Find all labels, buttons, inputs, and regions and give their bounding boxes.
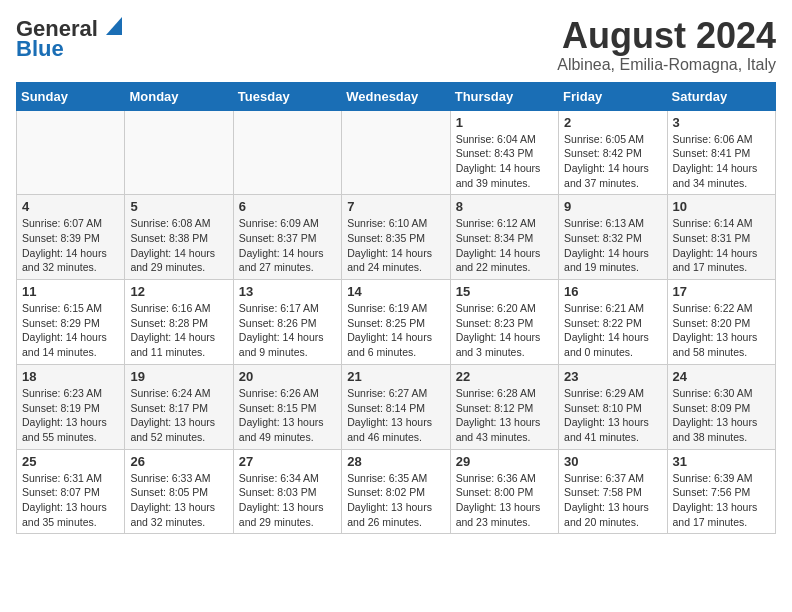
day-number: 31 [673,454,770,469]
day-info: Sunrise: 6:07 AMSunset: 8:39 PMDaylight:… [22,216,119,275]
calendar-day-cell: 9Sunrise: 6:13 AMSunset: 8:32 PMDaylight… [559,195,667,280]
day-number: 22 [456,369,553,384]
logo-icon [102,17,122,35]
location-subtitle: Albinea, Emilia-Romagna, Italy [557,56,776,74]
day-info: Sunrise: 6:31 AMSunset: 8:07 PMDaylight:… [22,471,119,530]
calendar-day-cell: 14Sunrise: 6:19 AMSunset: 8:25 PMDayligh… [342,280,450,365]
calendar-day-cell: 31Sunrise: 6:39 AMSunset: 7:56 PMDayligh… [667,449,775,534]
weekday-header-wednesday: Wednesday [342,82,450,110]
calendar-day-cell: 29Sunrise: 6:36 AMSunset: 8:00 PMDayligh… [450,449,558,534]
day-info: Sunrise: 6:33 AMSunset: 8:05 PMDaylight:… [130,471,227,530]
day-number: 5 [130,199,227,214]
day-number: 19 [130,369,227,384]
day-info: Sunrise: 6:17 AMSunset: 8:26 PMDaylight:… [239,301,336,360]
day-info: Sunrise: 6:34 AMSunset: 8:03 PMDaylight:… [239,471,336,530]
day-info: Sunrise: 6:04 AMSunset: 8:43 PMDaylight:… [456,132,553,191]
calendar-day-cell: 27Sunrise: 6:34 AMSunset: 8:03 PMDayligh… [233,449,341,534]
day-info: Sunrise: 6:27 AMSunset: 8:14 PMDaylight:… [347,386,444,445]
day-number: 26 [130,454,227,469]
day-number: 7 [347,199,444,214]
day-info: Sunrise: 6:19 AMSunset: 8:25 PMDaylight:… [347,301,444,360]
weekday-header-friday: Friday [559,82,667,110]
day-info: Sunrise: 6:36 AMSunset: 8:00 PMDaylight:… [456,471,553,530]
weekday-header-thursday: Thursday [450,82,558,110]
weekday-header-row: SundayMondayTuesdayWednesdayThursdayFrid… [17,82,776,110]
logo-blue: Blue [16,36,64,62]
day-info: Sunrise: 6:23 AMSunset: 8:19 PMDaylight:… [22,386,119,445]
day-number: 21 [347,369,444,384]
calendar-week-row: 11Sunrise: 6:15 AMSunset: 8:29 PMDayligh… [17,280,776,365]
day-number: 18 [22,369,119,384]
calendar-day-cell: 1Sunrise: 6:04 AMSunset: 8:43 PMDaylight… [450,110,558,195]
header: General Blue August 2024 Albinea, Emilia… [16,16,776,74]
calendar-day-cell [125,110,233,195]
day-number: 3 [673,115,770,130]
day-number: 30 [564,454,661,469]
title-section: August 2024 Albinea, Emilia-Romagna, Ita… [557,16,776,74]
day-number: 9 [564,199,661,214]
day-number: 4 [22,199,119,214]
day-info: Sunrise: 6:26 AMSunset: 8:15 PMDaylight:… [239,386,336,445]
day-number: 15 [456,284,553,299]
day-info: Sunrise: 6:37 AMSunset: 7:58 PMDaylight:… [564,471,661,530]
day-info: Sunrise: 6:05 AMSunset: 8:42 PMDaylight:… [564,132,661,191]
weekday-header-sunday: Sunday [17,82,125,110]
day-number: 25 [22,454,119,469]
day-number: 6 [239,199,336,214]
calendar-week-row: 25Sunrise: 6:31 AMSunset: 8:07 PMDayligh… [17,449,776,534]
day-number: 29 [456,454,553,469]
calendar-day-cell: 13Sunrise: 6:17 AMSunset: 8:26 PMDayligh… [233,280,341,365]
day-number: 28 [347,454,444,469]
day-info: Sunrise: 6:20 AMSunset: 8:23 PMDaylight:… [456,301,553,360]
calendar-day-cell: 7Sunrise: 6:10 AMSunset: 8:35 PMDaylight… [342,195,450,280]
day-number: 13 [239,284,336,299]
day-number: 10 [673,199,770,214]
weekday-header-tuesday: Tuesday [233,82,341,110]
day-info: Sunrise: 6:28 AMSunset: 8:12 PMDaylight:… [456,386,553,445]
calendar-day-cell: 10Sunrise: 6:14 AMSunset: 8:31 PMDayligh… [667,195,775,280]
day-info: Sunrise: 6:13 AMSunset: 8:32 PMDaylight:… [564,216,661,275]
calendar-day-cell: 26Sunrise: 6:33 AMSunset: 8:05 PMDayligh… [125,449,233,534]
day-info: Sunrise: 6:16 AMSunset: 8:28 PMDaylight:… [130,301,227,360]
calendar-day-cell: 24Sunrise: 6:30 AMSunset: 8:09 PMDayligh… [667,364,775,449]
day-info: Sunrise: 6:08 AMSunset: 8:38 PMDaylight:… [130,216,227,275]
calendar-day-cell: 6Sunrise: 6:09 AMSunset: 8:37 PMDaylight… [233,195,341,280]
weekday-header-saturday: Saturday [667,82,775,110]
day-number: 1 [456,115,553,130]
calendar-day-cell [233,110,341,195]
calendar-day-cell [342,110,450,195]
calendar-week-row: 4Sunrise: 6:07 AMSunset: 8:39 PMDaylight… [17,195,776,280]
day-number: 27 [239,454,336,469]
calendar-day-cell: 15Sunrise: 6:20 AMSunset: 8:23 PMDayligh… [450,280,558,365]
calendar-day-cell: 11Sunrise: 6:15 AMSunset: 8:29 PMDayligh… [17,280,125,365]
logo: General Blue [16,16,122,62]
calendar-day-cell: 5Sunrise: 6:08 AMSunset: 8:38 PMDaylight… [125,195,233,280]
day-number: 16 [564,284,661,299]
month-year-title: August 2024 [557,16,776,56]
calendar-day-cell: 12Sunrise: 6:16 AMSunset: 8:28 PMDayligh… [125,280,233,365]
calendar-day-cell: 17Sunrise: 6:22 AMSunset: 8:20 PMDayligh… [667,280,775,365]
calendar-day-cell: 30Sunrise: 6:37 AMSunset: 7:58 PMDayligh… [559,449,667,534]
day-number: 20 [239,369,336,384]
calendar-day-cell: 2Sunrise: 6:05 AMSunset: 8:42 PMDaylight… [559,110,667,195]
calendar-day-cell: 8Sunrise: 6:12 AMSunset: 8:34 PMDaylight… [450,195,558,280]
calendar-week-row: 18Sunrise: 6:23 AMSunset: 8:19 PMDayligh… [17,364,776,449]
day-number: 12 [130,284,227,299]
day-info: Sunrise: 6:24 AMSunset: 8:17 PMDaylight:… [130,386,227,445]
day-number: 23 [564,369,661,384]
calendar-table: SundayMondayTuesdayWednesdayThursdayFrid… [16,82,776,535]
calendar-day-cell: 22Sunrise: 6:28 AMSunset: 8:12 PMDayligh… [450,364,558,449]
calendar-day-cell: 18Sunrise: 6:23 AMSunset: 8:19 PMDayligh… [17,364,125,449]
day-info: Sunrise: 6:10 AMSunset: 8:35 PMDaylight:… [347,216,444,275]
calendar-week-row: 1Sunrise: 6:04 AMSunset: 8:43 PMDaylight… [17,110,776,195]
svg-marker-0 [106,17,122,35]
calendar-day-cell: 23Sunrise: 6:29 AMSunset: 8:10 PMDayligh… [559,364,667,449]
day-info: Sunrise: 6:39 AMSunset: 7:56 PMDaylight:… [673,471,770,530]
calendar-day-cell: 4Sunrise: 6:07 AMSunset: 8:39 PMDaylight… [17,195,125,280]
day-info: Sunrise: 6:15 AMSunset: 8:29 PMDaylight:… [22,301,119,360]
day-number: 8 [456,199,553,214]
calendar-day-cell: 3Sunrise: 6:06 AMSunset: 8:41 PMDaylight… [667,110,775,195]
calendar-day-cell: 25Sunrise: 6:31 AMSunset: 8:07 PMDayligh… [17,449,125,534]
day-number: 2 [564,115,661,130]
day-info: Sunrise: 6:06 AMSunset: 8:41 PMDaylight:… [673,132,770,191]
